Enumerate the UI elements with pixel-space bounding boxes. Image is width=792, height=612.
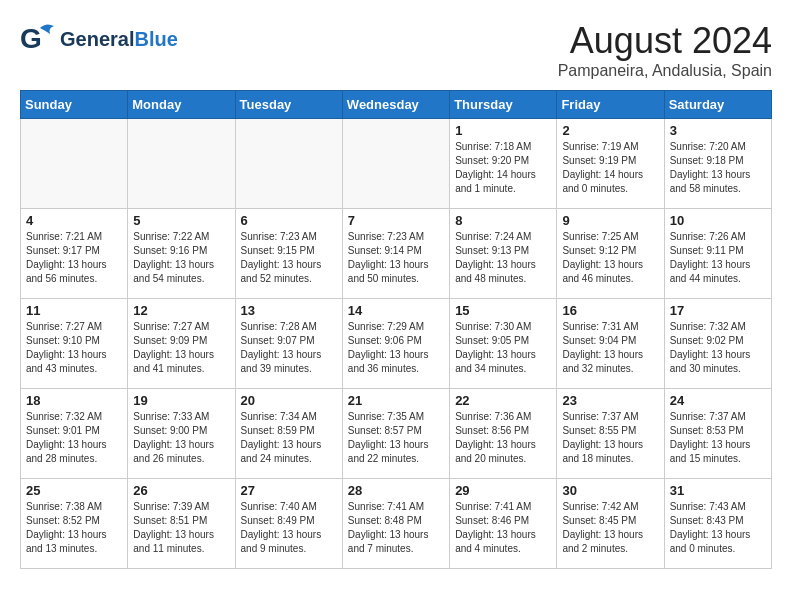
week-row-4: 18Sunrise: 7:32 AMSunset: 9:01 PMDayligh… xyxy=(21,389,772,479)
calendar-cell: 13Sunrise: 7:28 AMSunset: 9:07 PMDayligh… xyxy=(235,299,342,389)
day-number: 16 xyxy=(562,303,658,318)
calendar-cell: 19Sunrise: 7:33 AMSunset: 9:00 PMDayligh… xyxy=(128,389,235,479)
day-info: Sunrise: 7:39 AMSunset: 8:51 PMDaylight:… xyxy=(133,500,229,556)
logo: G GeneralBlue xyxy=(20,20,178,58)
calendar-cell xyxy=(128,119,235,209)
col-header-saturday: Saturday xyxy=(664,91,771,119)
calendar-cell: 28Sunrise: 7:41 AMSunset: 8:48 PMDayligh… xyxy=(342,479,449,569)
calendar-title: August 2024 xyxy=(558,20,772,62)
logo-general: General xyxy=(60,28,134,50)
logo-blue: Blue xyxy=(134,28,177,50)
day-number: 8 xyxy=(455,213,551,228)
day-number: 5 xyxy=(133,213,229,228)
day-info: Sunrise: 7:32 AMSunset: 9:02 PMDaylight:… xyxy=(670,320,766,376)
calendar-cell: 5Sunrise: 7:22 AMSunset: 9:16 PMDaylight… xyxy=(128,209,235,299)
calendar-cell: 23Sunrise: 7:37 AMSunset: 8:55 PMDayligh… xyxy=(557,389,664,479)
week-row-1: 1Sunrise: 7:18 AMSunset: 9:20 PMDaylight… xyxy=(21,119,772,209)
day-number: 27 xyxy=(241,483,337,498)
day-number: 21 xyxy=(348,393,444,408)
svg-text:G: G xyxy=(20,23,42,54)
day-info: Sunrise: 7:27 AMSunset: 9:09 PMDaylight:… xyxy=(133,320,229,376)
calendar-cell: 7Sunrise: 7:23 AMSunset: 9:14 PMDaylight… xyxy=(342,209,449,299)
calendar-cell xyxy=(21,119,128,209)
day-info: Sunrise: 7:26 AMSunset: 9:11 PMDaylight:… xyxy=(670,230,766,286)
calendar-cell: 24Sunrise: 7:37 AMSunset: 8:53 PMDayligh… xyxy=(664,389,771,479)
calendar-cell xyxy=(342,119,449,209)
calendar-cell: 17Sunrise: 7:32 AMSunset: 9:02 PMDayligh… xyxy=(664,299,771,389)
calendar-cell xyxy=(235,119,342,209)
day-info: Sunrise: 7:23 AMSunset: 9:14 PMDaylight:… xyxy=(348,230,444,286)
day-number: 12 xyxy=(133,303,229,318)
day-number: 3 xyxy=(670,123,766,138)
day-info: Sunrise: 7:41 AMSunset: 8:48 PMDaylight:… xyxy=(348,500,444,556)
day-info: Sunrise: 7:27 AMSunset: 9:10 PMDaylight:… xyxy=(26,320,122,376)
col-header-sunday: Sunday xyxy=(21,91,128,119)
day-info: Sunrise: 7:37 AMSunset: 8:53 PMDaylight:… xyxy=(670,410,766,466)
day-info: Sunrise: 7:38 AMSunset: 8:52 PMDaylight:… xyxy=(26,500,122,556)
title-area: August 2024 Pampaneira, Andalusia, Spain xyxy=(558,20,772,80)
calendar-cell: 10Sunrise: 7:26 AMSunset: 9:11 PMDayligh… xyxy=(664,209,771,299)
day-number: 23 xyxy=(562,393,658,408)
calendar-cell: 11Sunrise: 7:27 AMSunset: 9:10 PMDayligh… xyxy=(21,299,128,389)
calendar-cell: 22Sunrise: 7:36 AMSunset: 8:56 PMDayligh… xyxy=(450,389,557,479)
day-info: Sunrise: 7:21 AMSunset: 9:17 PMDaylight:… xyxy=(26,230,122,286)
day-number: 6 xyxy=(241,213,337,228)
logo-icon: G xyxy=(20,20,58,58)
calendar-cell: 1Sunrise: 7:18 AMSunset: 9:20 PMDaylight… xyxy=(450,119,557,209)
calendar-subtitle: Pampaneira, Andalusia, Spain xyxy=(558,62,772,80)
col-header-thursday: Thursday xyxy=(450,91,557,119)
day-number: 18 xyxy=(26,393,122,408)
day-info: Sunrise: 7:28 AMSunset: 9:07 PMDaylight:… xyxy=(241,320,337,376)
col-header-tuesday: Tuesday xyxy=(235,91,342,119)
col-header-friday: Friday xyxy=(557,91,664,119)
week-row-2: 4Sunrise: 7:21 AMSunset: 9:17 PMDaylight… xyxy=(21,209,772,299)
day-info: Sunrise: 7:36 AMSunset: 8:56 PMDaylight:… xyxy=(455,410,551,466)
calendar-cell: 27Sunrise: 7:40 AMSunset: 8:49 PMDayligh… xyxy=(235,479,342,569)
header: G GeneralBlue August 2024 Pampaneira, An… xyxy=(20,20,772,80)
calendar-cell: 25Sunrise: 7:38 AMSunset: 8:52 PMDayligh… xyxy=(21,479,128,569)
day-info: Sunrise: 7:22 AMSunset: 9:16 PMDaylight:… xyxy=(133,230,229,286)
day-number: 29 xyxy=(455,483,551,498)
calendar-cell: 18Sunrise: 7:32 AMSunset: 9:01 PMDayligh… xyxy=(21,389,128,479)
day-info: Sunrise: 7:30 AMSunset: 9:05 PMDaylight:… xyxy=(455,320,551,376)
calendar-cell: 20Sunrise: 7:34 AMSunset: 8:59 PMDayligh… xyxy=(235,389,342,479)
day-number: 9 xyxy=(562,213,658,228)
col-header-monday: Monday xyxy=(128,91,235,119)
day-info: Sunrise: 7:25 AMSunset: 9:12 PMDaylight:… xyxy=(562,230,658,286)
day-info: Sunrise: 7:24 AMSunset: 9:13 PMDaylight:… xyxy=(455,230,551,286)
calendar-table: SundayMondayTuesdayWednesdayThursdayFrid… xyxy=(20,90,772,569)
day-info: Sunrise: 7:33 AMSunset: 9:00 PMDaylight:… xyxy=(133,410,229,466)
day-info: Sunrise: 7:23 AMSunset: 9:15 PMDaylight:… xyxy=(241,230,337,286)
day-number: 30 xyxy=(562,483,658,498)
day-number: 11 xyxy=(26,303,122,318)
day-info: Sunrise: 7:40 AMSunset: 8:49 PMDaylight:… xyxy=(241,500,337,556)
day-info: Sunrise: 7:42 AMSunset: 8:45 PMDaylight:… xyxy=(562,500,658,556)
calendar-cell: 26Sunrise: 7:39 AMSunset: 8:51 PMDayligh… xyxy=(128,479,235,569)
day-number: 7 xyxy=(348,213,444,228)
day-info: Sunrise: 7:18 AMSunset: 9:20 PMDaylight:… xyxy=(455,140,551,196)
calendar-cell: 31Sunrise: 7:43 AMSunset: 8:43 PMDayligh… xyxy=(664,479,771,569)
day-number: 1 xyxy=(455,123,551,138)
calendar-cell: 30Sunrise: 7:42 AMSunset: 8:45 PMDayligh… xyxy=(557,479,664,569)
calendar-cell: 6Sunrise: 7:23 AMSunset: 9:15 PMDaylight… xyxy=(235,209,342,299)
calendar-cell: 16Sunrise: 7:31 AMSunset: 9:04 PMDayligh… xyxy=(557,299,664,389)
day-number: 10 xyxy=(670,213,766,228)
day-number: 13 xyxy=(241,303,337,318)
calendar-cell: 15Sunrise: 7:30 AMSunset: 9:05 PMDayligh… xyxy=(450,299,557,389)
day-info: Sunrise: 7:43 AMSunset: 8:43 PMDaylight:… xyxy=(670,500,766,556)
calendar-cell: 4Sunrise: 7:21 AMSunset: 9:17 PMDaylight… xyxy=(21,209,128,299)
calendar-cell: 29Sunrise: 7:41 AMSunset: 8:46 PMDayligh… xyxy=(450,479,557,569)
calendar-header-row: SundayMondayTuesdayWednesdayThursdayFrid… xyxy=(21,91,772,119)
calendar-cell: 8Sunrise: 7:24 AMSunset: 9:13 PMDaylight… xyxy=(450,209,557,299)
day-info: Sunrise: 7:20 AMSunset: 9:18 PMDaylight:… xyxy=(670,140,766,196)
day-info: Sunrise: 7:37 AMSunset: 8:55 PMDaylight:… xyxy=(562,410,658,466)
day-number: 24 xyxy=(670,393,766,408)
day-info: Sunrise: 7:29 AMSunset: 9:06 PMDaylight:… xyxy=(348,320,444,376)
day-number: 15 xyxy=(455,303,551,318)
day-number: 26 xyxy=(133,483,229,498)
day-info: Sunrise: 7:35 AMSunset: 8:57 PMDaylight:… xyxy=(348,410,444,466)
calendar-cell: 9Sunrise: 7:25 AMSunset: 9:12 PMDaylight… xyxy=(557,209,664,299)
day-number: 19 xyxy=(133,393,229,408)
day-info: Sunrise: 7:19 AMSunset: 9:19 PMDaylight:… xyxy=(562,140,658,196)
calendar-cell: 12Sunrise: 7:27 AMSunset: 9:09 PMDayligh… xyxy=(128,299,235,389)
